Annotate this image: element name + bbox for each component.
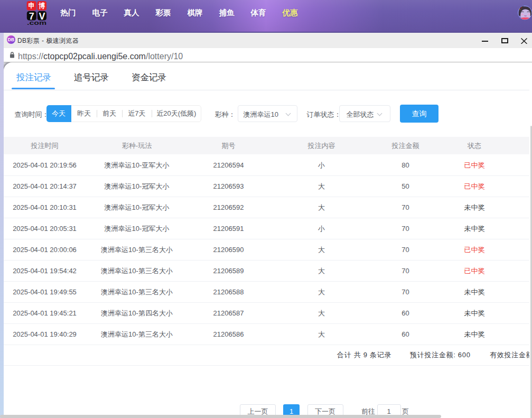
svg-text:DB: DB (8, 37, 14, 42)
svg-text:.com: .com (27, 20, 46, 25)
svg-text:博: 博 (39, 2, 45, 10)
svg-text:申: 申 (28, 2, 35, 10)
